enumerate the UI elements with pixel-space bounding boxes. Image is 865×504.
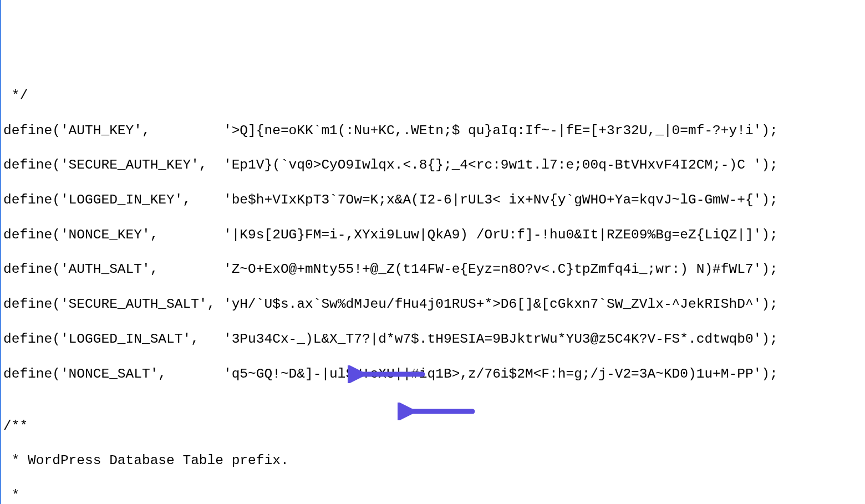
annotation-arrow-icon bbox=[398, 368, 475, 437]
code-line-define-nonce-key: define('NONCE_KEY', '|K9s[2UG}FM=i-,XYxi… bbox=[3, 226, 865, 243]
code-line: */ bbox=[3, 87, 865, 104]
code-line-comment: * WordPress Database Table prefix. bbox=[3, 452, 865, 469]
code-line-define-secure-auth-key: define('SECURE_AUTH_KEY', 'Ep1V}(`vq0>Cy… bbox=[3, 156, 865, 174]
code-line-define-logged-in-key: define('LOGGED_IN_KEY', 'be$h+VIxKpT3`7O… bbox=[3, 191, 865, 208]
code-line-define-auth-key: define('AUTH_KEY', '>Q]{ne=oKK`m1(:Nu+KC… bbox=[3, 122, 865, 139]
code-editor-content[interactable]: */ define('AUTH_KEY', '>Q]{ne=oKK`m1(:Nu… bbox=[1, 69, 865, 504]
code-line-define-auth-salt: define('AUTH_SALT', 'Z~O+ExO@+mNty55!+@_… bbox=[3, 261, 865, 278]
code-line-define-secure-auth-salt: define('SECURE_AUTH_SALT', 'yH/`U$s.ax`S… bbox=[3, 296, 865, 313]
code-line-comment: * bbox=[3, 487, 865, 504]
code-line-define-logged-in-salt: define('LOGGED_IN_SALT', '3Pu34Cx-_)L&X_… bbox=[3, 330, 865, 348]
